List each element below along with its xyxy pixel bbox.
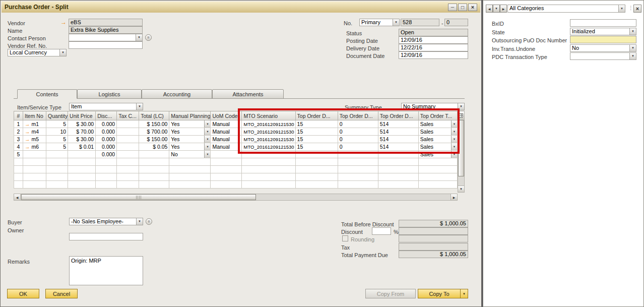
item-link-arrow-icon[interactable] xyxy=(25,144,30,150)
item-no-cell[interactable] xyxy=(23,151,46,158)
cancel-button[interactable]: Cancel xyxy=(45,289,78,298)
quantity-cell[interactable] xyxy=(46,151,68,158)
chevron-down-icon[interactable] xyxy=(618,5,625,12)
item-no-cell[interactable]: m1 xyxy=(23,120,46,128)
discount-cell[interactable]: 0.000 xyxy=(96,143,117,151)
top-order-3-cell[interactable]: 514 xyxy=(378,143,418,151)
delivery-date-field[interactable]: 12/22/16 xyxy=(399,44,468,51)
state-combo[interactable]: Initialized xyxy=(570,28,636,35)
horizontal-scrollbar[interactable] xyxy=(14,194,458,201)
manual-planning-cell[interactable]: Yes xyxy=(169,143,211,151)
grid-settings-icon[interactable] xyxy=(458,111,464,119)
unit-price-cell[interactable]: $ 0.01 xyxy=(68,143,96,151)
document-date-field[interactable]: 12/09/16 xyxy=(399,51,468,59)
chevron-down-icon[interactable] xyxy=(204,143,210,150)
col-header-total-lc[interactable]: Total (LC) xyxy=(139,111,169,120)
unit-price-cell[interactable] xyxy=(68,151,96,158)
item-service-type-combo[interactable]: Item xyxy=(69,103,143,110)
top-order-3-cell[interactable]: 514 xyxy=(378,120,418,128)
quantity-cell[interactable]: 5 xyxy=(46,136,68,143)
chevron-down-icon[interactable] xyxy=(136,34,142,41)
chevron-down-icon[interactable] xyxy=(204,151,210,158)
total-lc-cell[interactable] xyxy=(139,151,169,158)
category-combo[interactable]: All Categories xyxy=(507,5,625,13)
top-order-2-cell[interactable] xyxy=(338,151,378,158)
top-order-type-cell[interactable]: Sales xyxy=(418,151,457,158)
tax-code-cell[interactable] xyxy=(117,120,139,128)
uom-code-cell[interactable]: Manual xyxy=(211,136,242,143)
item-link-arrow-icon[interactable] xyxy=(25,136,30,142)
discount-cell[interactable]: 0.000 xyxy=(96,120,117,128)
bxid-field[interactable] xyxy=(570,19,636,27)
chevron-down-icon[interactable] xyxy=(451,143,457,150)
top-order-1-cell[interactable]: 15 xyxy=(295,143,338,151)
item-link-arrow-icon[interactable] xyxy=(25,129,30,135)
vendor-field[interactable]: eBS xyxy=(69,19,143,26)
total-lc-cell[interactable]: $ 150.00 xyxy=(139,120,169,128)
rounding-checkbox[interactable] xyxy=(342,235,348,241)
nav-prev-icon[interactable] xyxy=(486,5,493,13)
uom-code-cell[interactable]: Manual xyxy=(211,143,242,151)
item-no-cell[interactable]: m4 xyxy=(23,128,46,136)
ok-button[interactable]: OK xyxy=(7,289,39,298)
top-order-1-cell[interactable] xyxy=(295,151,338,158)
chevron-down-icon[interactable] xyxy=(629,53,636,59)
chevron-down-icon[interactable] xyxy=(451,136,457,143)
unit-price-cell[interactable]: $ 70.00 xyxy=(68,128,96,136)
scroll-right-icon[interactable] xyxy=(450,194,457,200)
col-header-top-order-type[interactable]: Top Order T... xyxy=(418,111,457,120)
item-link-arrow-icon[interactable] xyxy=(25,121,30,127)
currency-combo[interactable]: Local Currency xyxy=(8,49,67,56)
top-order-2-cell[interactable]: 0 xyxy=(338,120,378,128)
tab-contents[interactable]: Contents xyxy=(17,89,77,99)
manual-planning-cell[interactable]: No xyxy=(169,151,211,158)
owner-field[interactable] xyxy=(69,233,143,240)
top-order-1-cell[interactable]: 15 xyxy=(295,120,338,128)
col-header-num[interactable]: # xyxy=(14,111,23,120)
discount-cell[interactable]: 0.000 xyxy=(96,128,117,136)
row-num-cell[interactable]: 1 xyxy=(14,120,23,128)
tab-attachments[interactable]: Attachments xyxy=(212,89,284,99)
uom-code-cell[interactable]: Manual xyxy=(211,128,242,136)
col-header-unit-price[interactable]: Unit Price xyxy=(68,111,96,120)
doc-suffix-field[interactable]: 0 xyxy=(444,19,468,26)
window-titlebar[interactable]: Purchase Order - Split xyxy=(2,2,480,13)
top-order-type-cell[interactable]: Sales xyxy=(418,136,457,143)
discount-cell[interactable]: 0.000 xyxy=(96,136,117,143)
unit-price-cell[interactable]: $ 30.00 xyxy=(68,136,96,143)
tax-code-cell[interactable] xyxy=(117,143,139,151)
row-num-cell[interactable]: 4 xyxy=(14,143,23,151)
top-order-3-cell[interactable]: 514 xyxy=(378,136,418,143)
mto-scenario-cell[interactable]: MTO_20161209121530 xyxy=(242,120,295,128)
top-order-type-cell[interactable]: Sales xyxy=(418,128,457,136)
buyer-combo[interactable]: -No Sales Employee- xyxy=(69,218,143,225)
mto-scenario-cell[interactable]: MTO_20161209121530 xyxy=(242,143,295,151)
top-order-2-cell[interactable]: 0 xyxy=(338,143,378,151)
vendor-link-arrow-icon[interactable] xyxy=(60,19,67,25)
col-header-quantity[interactable]: Quantity xyxy=(46,111,68,120)
top-order-1-cell[interactable]: 15 xyxy=(295,136,338,143)
row-num-cell[interactable]: 5 xyxy=(14,151,23,158)
scroll-left-icon[interactable] xyxy=(14,194,21,200)
top-order-type-cell[interactable]: Sales xyxy=(418,143,457,151)
top-order-2-cell[interactable]: 0 xyxy=(338,136,378,143)
close-icon[interactable] xyxy=(468,4,477,11)
contact-person-define-icon[interactable] xyxy=(145,34,152,41)
quantity-cell[interactable]: 5 xyxy=(46,143,68,151)
discount-cell[interactable]: 0.000 xyxy=(96,151,117,158)
minimize-icon[interactable] xyxy=(448,4,457,11)
col-header-mto-scenario[interactable]: MTO Scenario xyxy=(242,111,295,120)
inv-trans-undone-combo[interactable]: No xyxy=(570,44,636,52)
top-order-3-cell[interactable] xyxy=(378,151,418,158)
chevron-down-icon[interactable] xyxy=(393,19,399,26)
unit-price-cell[interactable]: $ 30.00 xyxy=(68,120,96,128)
row-num-cell[interactable]: 3 xyxy=(14,136,23,143)
chevron-down-icon[interactable] xyxy=(629,28,636,35)
panel-close-icon[interactable] xyxy=(633,5,641,13)
tab-logistics[interactable]: Logistics xyxy=(77,89,142,99)
top-order-2-cell[interactable]: 0 xyxy=(338,128,378,136)
col-header-uom-code[interactable]: UoM Code xyxy=(211,111,242,120)
contact-person-combo[interactable] xyxy=(69,34,143,41)
doc-number-field[interactable]: 528 xyxy=(401,19,439,26)
chevron-down-icon[interactable] xyxy=(451,151,457,158)
